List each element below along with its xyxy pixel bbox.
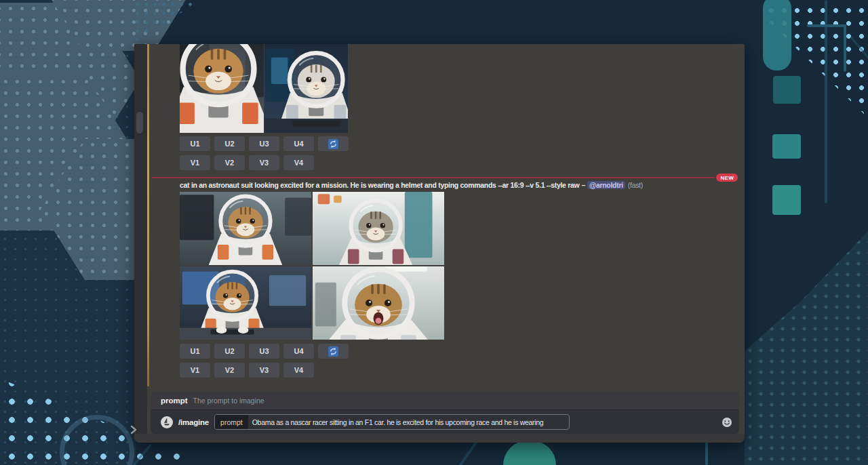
- accent-line: [147, 44, 149, 386]
- u1-button[interactable]: U1: [180, 344, 210, 359]
- generated-image-previous-2[interactable]: [264, 44, 348, 133]
- user-mention[interactable]: @arnoldtri: [587, 181, 625, 189]
- window-bottom-strip: [134, 434, 745, 443]
- reroll-icon: [328, 346, 338, 357]
- smiley-icon: [722, 417, 732, 428]
- v4-button[interactable]: V4: [283, 155, 314, 170]
- divider-line: [152, 177, 715, 178]
- u2-button[interactable]: U2: [214, 344, 245, 359]
- discord-window: U1 U2 U3 U4 V1 V2 V3 V4 NEW cat in an as…: [134, 44, 745, 443]
- circuit-line: [825, 0, 827, 203]
- generated-image-2[interactable]: [313, 192, 444, 265]
- teal-blob-decoration: [503, 441, 556, 465]
- imagine-command-label: /imagine: [178, 418, 209, 426]
- slash-command-autocomplete-option[interactable]: prompt The prompt to imagine: [151, 392, 739, 410]
- message-input-row: /imagine prompt Obama as a nascar racer …: [151, 410, 739, 434]
- composer: prompt The prompt to imagine /imagine pr…: [151, 392, 739, 434]
- message-prompt-text: cat in an astronaut suit looking excited…: [180, 181, 643, 191]
- expand-chevron[interactable]: [130, 425, 137, 437]
- window-left-strip: [134, 44, 147, 443]
- v2-button[interactable]: V2: [214, 363, 245, 378]
- variation-button-row-new: V1 V2 V3 V4: [180, 363, 314, 378]
- v2-button[interactable]: V2: [214, 155, 245, 170]
- u4-button[interactable]: U4: [283, 344, 314, 359]
- emoji-picker-icon[interactable]: [722, 417, 732, 428]
- separator-dash: –: [581, 181, 585, 189]
- teal-square-1: [773, 76, 801, 104]
- chevron-right-icon: [130, 425, 137, 434]
- u4-button[interactable]: U4: [283, 136, 314, 151]
- generated-image-previous-1[interactable]: [180, 44, 264, 133]
- prompt-bold-text: cat in an astronaut suit looking excited…: [180, 181, 579, 189]
- reroll-button[interactable]: [318, 136, 349, 151]
- v3-button[interactable]: V3: [249, 363, 279, 378]
- generated-image-4[interactable]: [313, 266, 444, 340]
- prompt-field-label: prompt: [215, 415, 248, 429]
- upscale-button-row-previous: U1 U2 U3 U4: [180, 136, 349, 151]
- reroll-button[interactable]: [318, 344, 349, 359]
- generated-image-1[interactable]: [180, 192, 311, 265]
- dotted-texture-right: [745, 193, 868, 465]
- v1-button[interactable]: V1: [180, 155, 210, 170]
- image-grid-new: [180, 192, 444, 340]
- scrollbar-thumb[interactable]: [136, 112, 143, 134]
- teal-pill-decoration: [763, 0, 791, 70]
- sailboat-icon: [163, 418, 171, 426]
- upscale-button-row-new: U1 U2 U3 U4: [180, 344, 349, 359]
- v1-button[interactable]: V1: [180, 363, 210, 378]
- image-grid-previous: [180, 44, 348, 133]
- reroll-icon: [328, 139, 338, 149]
- u1-button[interactable]: U1: [180, 136, 210, 151]
- u3-button[interactable]: U3: [249, 344, 279, 359]
- v3-button[interactable]: V3: [249, 155, 279, 170]
- variation-button-row-previous: V1 V2 V3 V4: [180, 155, 314, 170]
- prompt-input-field[interactable]: prompt Obama as a nascar racer sitting i…: [214, 414, 570, 430]
- autocomplete-option-description: The prompt to imagine: [193, 397, 264, 405]
- teal-square-2: [772, 134, 801, 159]
- teal-square-3: [772, 185, 801, 215]
- dot-staircase-top-left: [133, 0, 201, 43]
- new-badge: NEW: [716, 174, 738, 182]
- prompt-field-value: Obama as a nascar racer sitting in an F1…: [248, 418, 548, 426]
- generated-image-3[interactable]: [180, 266, 311, 340]
- u3-button[interactable]: U3: [249, 136, 279, 151]
- circuit-line: [844, 24, 846, 72]
- midjourney-bot-avatar: [161, 416, 173, 428]
- v4-button[interactable]: V4: [283, 363, 314, 378]
- autocomplete-option-name: prompt: [161, 397, 188, 405]
- speed-label: (fast): [628, 181, 643, 189]
- u2-button[interactable]: U2: [214, 136, 245, 151]
